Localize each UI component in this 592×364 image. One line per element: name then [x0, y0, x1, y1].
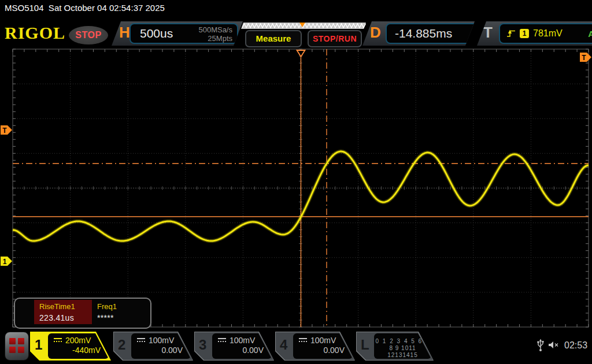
- sample-rate: 500MSa/s: [198, 25, 232, 34]
- usb-icon: [536, 339, 545, 352]
- measurement-item-risetime[interactable]: RiseTime1 223.41us: [34, 300, 92, 324]
- channel-offset: -440mV: [48, 345, 109, 355]
- delay-menu[interactable]: D -14.885ms: [362, 21, 475, 46]
- channel-number: 4: [280, 337, 287, 353]
- channel-number: 1: [35, 337, 42, 353]
- measurement-label: Freq1: [92, 300, 149, 311]
- horizontal-position-indicator[interactable]: [241, 21, 366, 31]
- channel-number: 2: [118, 337, 125, 353]
- main-menu-button[interactable]: [5, 332, 29, 361]
- timebase-value: 500us: [131, 24, 173, 43]
- measurement-results-panel[interactable]: RiseTime1 223.41us Freq1 *****: [14, 298, 151, 329]
- channel-offset: 0.00V: [131, 345, 191, 355]
- grid-menu-icon: [9, 338, 24, 353]
- measurement-label: RiseTime1: [34, 300, 92, 311]
- dc-coupling-icon: [299, 338, 307, 343]
- logic-label: L: [361, 337, 369, 353]
- dc-coupling-icon: [137, 338, 145, 343]
- logic-channels-row2: 8 9 1011 12131415: [374, 345, 431, 359]
- marker-label: T: [582, 54, 586, 62]
- channel-scale: 200mV: [65, 336, 91, 345]
- dc-coupling-icon: [218, 338, 226, 343]
- model-and-datetime: MSO5104 Sat October 04 02:54:37 2025: [5, 3, 165, 13]
- delay-value: -14.885ms: [386, 23, 479, 44]
- horizontal-settings: 500us 500MSa/s 25Mpts: [130, 23, 238, 44]
- measurement-value: *****: [92, 311, 149, 322]
- rising-edge-icon: [506, 29, 516, 38]
- oscilloscope-screen: T1T MSO5104 Sat October 04 02:54:37 2025…: [0, 0, 592, 364]
- acquisition-state-badge: STOP: [69, 26, 108, 44]
- trigger-menu[interactable]: T 1 781mV A: [477, 21, 592, 46]
- horizontal-menu[interactable]: H 500us 500MSa/s 25Mpts: [112, 21, 243, 46]
- channel-offset: 0.00V: [293, 345, 353, 355]
- dc-coupling-icon: [54, 338, 62, 343]
- trigger-source-badge: 1: [520, 29, 529, 38]
- measurement-item-freq[interactable]: Freq1 *****: [92, 300, 149, 324]
- horizontal-label: H: [119, 24, 130, 42]
- channel-number: 3: [199, 337, 206, 353]
- clock: 02:53: [564, 340, 587, 351]
- memory-depth: 25Mpts: [198, 34, 232, 43]
- measure-button[interactable]: Measure: [245, 30, 302, 47]
- trigger-label: T: [483, 24, 493, 42]
- marker-label: 1: [3, 258, 7, 266]
- channel-scale: 100mV: [230, 336, 255, 345]
- channel-scale: 100mV: [149, 336, 174, 345]
- sample-rate-memdepth: 500MSa/s 25Mpts: [198, 24, 237, 43]
- trigger-settings: 1 781mV A: [499, 23, 592, 44]
- speaker-muted-icon[interactable]: [548, 341, 560, 350]
- trigger-level-value: 781mV: [533, 28, 563, 39]
- delay-label: D: [370, 24, 381, 42]
- marker-label: T: [2, 127, 7, 135]
- rigol-logo: RIGOL: [5, 23, 65, 43]
- stop-run-button[interactable]: STOP/RUN: [308, 30, 362, 47]
- channel-scale: 100mV: [310, 336, 336, 345]
- channel-offset: 0.00V: [212, 345, 272, 355]
- measurement-value: 223.41us: [34, 311, 92, 322]
- trigger-sweep-mode: A: [588, 29, 592, 39]
- trigger-position-marker-icon[interactable]: [297, 50, 305, 57]
